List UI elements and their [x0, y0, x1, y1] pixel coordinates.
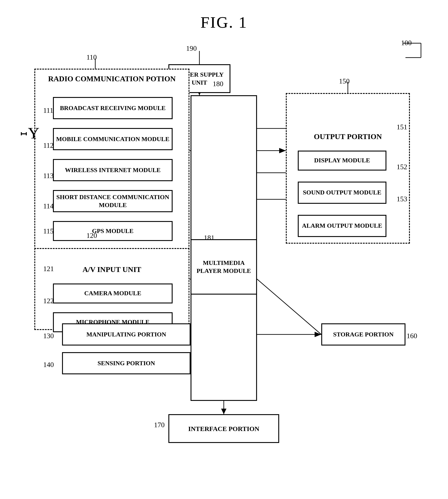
radio-comm-label: RADIO COMMUNICATION POTION [40, 74, 184, 84]
camera-box: CAMERA MODULE [53, 283, 173, 303]
av-input-label: A/V INPUT UNIT [40, 265, 184, 274]
sound-output-box: SOUND OUTPUT MODULE [298, 182, 386, 204]
display-box: DISPLAY MODULE [298, 151, 386, 171]
ref-122: 122 [43, 297, 54, 305]
output-portion-label: OUTPUT PORTION [291, 132, 405, 141]
ref-151: 151 [397, 123, 407, 131]
ref-112: 112 [43, 141, 54, 150]
ref-130: 130 [43, 332, 54, 340]
ref-190: 190 [186, 44, 197, 52]
mobile-box: MOBILE COMMUNICATION MODULE [53, 128, 173, 150]
ref-114: 114 [43, 202, 54, 210]
ref-140: 140 [43, 360, 54, 369]
output-portion-box: OUTPUT PORTION DISPLAY MODULE SOUND OUTP… [286, 93, 410, 244]
svg-marker-20 [279, 148, 286, 153]
ref-115: 115 [43, 227, 54, 235]
ref-113: 113 [43, 172, 54, 180]
storage-box: STORAGE PORTION [321, 323, 405, 345]
short-dist-box: SHORT DISTANCE COMMUNICATION MODULE [53, 190, 173, 212]
sensing-box: SENSING PORTION [62, 352, 191, 374]
diagram: FIG. 1 [0, 0, 448, 499]
ref-170: 170 [154, 421, 165, 429]
ref-180: 180 [213, 80, 223, 88]
ref-100: 100 [401, 39, 412, 47]
broadcast-box: BROADCAST RECEIVING MODULE [53, 97, 173, 119]
ref-111: 111 [43, 106, 53, 114]
svg-marker-22 [315, 332, 321, 337]
ref-152: 152 [397, 163, 407, 171]
ref-150: 150 [339, 77, 350, 85]
interface-box: INTERFACE PORTION [168, 414, 279, 443]
wireless-box: WIRELESS INTERNET MODULE [53, 159, 173, 181]
av-input-box: A/V INPUT UNIT CAMERA MODULE MICROPHONE … [34, 248, 190, 330]
ref-153: 153 [397, 195, 407, 203]
antenna-symbol: ꟷY [20, 124, 39, 142]
multimedia-box: MULTIMEDIA PLAYER MODULE [191, 239, 257, 295]
radio-comm-box: RADIO COMMUNICATION POTION BROADCAST REC… [34, 69, 190, 255]
svg-line-23 [257, 279, 321, 334]
gps-box: GPS MODULE [53, 221, 173, 241]
alarm-output-box: ALARM OUTPUT MODULE [298, 215, 386, 237]
page-title: FIG. 1 [0, 13, 448, 32]
ref-120: 120 [86, 232, 97, 240]
manipulating-box: MANIPULATING PORTION [62, 323, 191, 345]
ref-121: 121 [43, 265, 54, 273]
svg-marker-25 [221, 409, 226, 414]
ref-160: 160 [407, 332, 417, 340]
ref-110: 110 [86, 53, 97, 61]
ref-181: 181 [204, 234, 214, 242]
